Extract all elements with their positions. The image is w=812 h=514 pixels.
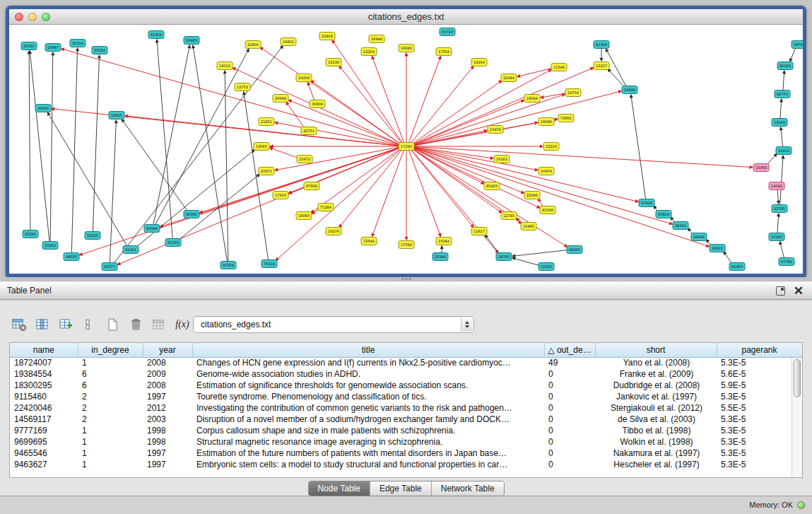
graph-node[interactable]: 91548 (540, 206, 555, 214)
graph-node[interactable]: 12752 (235, 83, 250, 91)
graph-node[interactable]: 18544 (524, 95, 540, 103)
graph-node[interactable]: 95162 (777, 62, 793, 70)
table-row[interactable]: 1938455462009Genome-wide association stu… (10, 368, 802, 380)
graph-node[interactable]: 12745 (501, 212, 517, 220)
column-header-name[interactable]: name (10, 343, 78, 357)
graph-node[interactable]: 14143 (772, 119, 787, 127)
import-table-button[interactable] (148, 315, 170, 334)
graph-node[interactable]: 10165 (769, 233, 784, 241)
graph-node[interactable]: 18795 (496, 253, 512, 261)
graph-node[interactable]: 16648 (622, 86, 637, 94)
graph-node[interactable]: 16276 (326, 228, 341, 235)
graph-node[interactable]: 12182 (539, 263, 554, 271)
column-header-out_degree[interactable]: △ out_de… (544, 343, 595, 357)
table-row[interactable]: 946554611997Estimation of the future num… (10, 448, 802, 459)
column-header-year[interactable]: year (143, 343, 192, 357)
graph-node[interactable]: 25672 (297, 156, 312, 163)
graph-node[interactable]: 92450 (567, 246, 582, 254)
table-row[interactable]: 1872400712008Changes of HCN gene express… (10, 357, 802, 368)
network-canvas[interactable]: 1724012216160461854422044191641755816626… (9, 25, 803, 276)
table-row[interactable]: 1456911722003Disruption of a novel membe… (10, 414, 802, 425)
graph-node[interactable]: 81304 (148, 31, 164, 39)
table-row[interactable]: 2242004622012Investigating the contribut… (10, 402, 802, 414)
citation-network-graph[interactable]: 1724012216160461854422044191641755816626… (9, 25, 803, 276)
graph-node[interactable]: 25160 (21, 42, 37, 50)
scrollbar-thumb[interactable] (794, 359, 801, 397)
tab-edge-table[interactable]: Edge Table (370, 481, 432, 496)
graph-node[interactable]: 11617 (471, 228, 487, 235)
graph-node[interactable]: 19565 (254, 143, 269, 151)
graph-node[interactable]: 16601 (281, 38, 296, 46)
graph-node[interactable]: 71284 (318, 204, 334, 211)
graph-node[interactable]: 10235 (85, 232, 100, 240)
graph-node[interactable]: 18139 (326, 59, 341, 66)
graph-node[interactable]: 11548 (551, 64, 567, 71)
graph-node[interactable]: 14047 (45, 44, 61, 52)
graph-node[interactable]: 82450 (729, 263, 745, 271)
column-header-short[interactable]: short (595, 343, 717, 357)
graph-node[interactable]: 19164 (471, 59, 487, 66)
new-table-button[interactable] (102, 315, 123, 334)
table-vertical-scrollbar[interactable] (792, 358, 802, 477)
graph-node[interactable]: 15344 (436, 238, 452, 245)
graph-node[interactable]: 59740 (792, 41, 803, 49)
graph-node[interactable]: 82774 (775, 90, 790, 98)
graph-node[interactable]: 18083 (296, 212, 312, 220)
show-columns-button[interactable] (32, 315, 53, 334)
graph-node[interactable]: 20483 (184, 37, 199, 45)
graph-node[interactable]: 17594 (399, 241, 414, 249)
column-header-pagerank[interactable]: pagerank (717, 343, 802, 357)
graph-node[interactable]: 25344 (433, 253, 448, 261)
graph-node[interactable]: 26046 (691, 233, 707, 241)
float-panel-icon[interactable] (776, 286, 785, 296)
table-row[interactable]: 946362711997Embryonic stem cells: a mode… (10, 459, 802, 470)
graph-node[interactable]: 62544 (144, 225, 160, 233)
panel-resize-handle[interactable] (401, 278, 411, 280)
graph-node[interactable]: 24204 (296, 74, 312, 82)
graph-node[interactable]: 17558 (436, 48, 452, 56)
graph-node[interactable]: 16046 (539, 118, 554, 126)
graph-node[interactable]: 74850 (558, 115, 574, 122)
graph-node[interactable]: 49015 (64, 253, 79, 261)
delete-table-button[interactable] (125, 315, 146, 334)
graph-node[interactable]: 12216 (543, 143, 559, 151)
graph-node[interactable]: 20024 (92, 47, 107, 54)
graph-node[interactable]: 20671 (259, 168, 274, 175)
graph-node[interactable]: 17240 (399, 143, 414, 151)
table-source-select[interactable]: citations_edges.txt (193, 316, 474, 333)
graph-node[interactable]: 25260 (23, 230, 38, 238)
graph-node[interactable]: 20648 (273, 95, 288, 103)
tab-node-table[interactable]: Node Table (308, 481, 370, 496)
graph-node[interactable]: 10974 (539, 168, 554, 175)
graph-node[interactable]: 30908 (310, 100, 325, 108)
row-height-button[interactable] (78, 315, 100, 334)
graph-node[interactable]: 14042 (769, 182, 784, 190)
graph-node[interactable]: 16949 (369, 35, 384, 43)
graph-node[interactable]: 85493 (484, 182, 500, 190)
graph-node[interactable]: 20577 (102, 263, 117, 271)
graph-node[interactable]: 15958 (753, 164, 769, 172)
graph-node[interactable]: 15495 (521, 223, 536, 230)
table-row[interactable]: 1830029562008Estimation of significance … (10, 380, 802, 391)
graph-node[interactable]: 22418 (319, 33, 335, 40)
table-row[interactable]: 977716911998Corpus callosum shape and si… (10, 425, 802, 436)
graph-node[interactable]: 81304 (594, 41, 609, 49)
graph-node[interactable]: 22044 (501, 74, 517, 82)
graph-node[interactable]: 18922 (710, 245, 725, 252)
graph-node[interactable]: 42751 (301, 127, 317, 135)
tab-network-table[interactable]: Network Table (432, 481, 504, 496)
network-window-titlebar[interactable]: citations_edges.txt (9, 9, 803, 25)
graph-node[interactable]: 17933 (273, 192, 288, 199)
graph-node[interactable]: 22606 (245, 41, 261, 49)
graph-node[interactable]: 16162 (494, 156, 510, 163)
graph-node[interactable]: 97938 (304, 182, 319, 190)
graph-node[interactable]: 76104 (261, 260, 277, 268)
graph-node[interactable]: 55723 (440, 28, 455, 36)
graph-node[interactable]: 38164 (673, 222, 688, 230)
graph-node[interactable]: 72544 (361, 238, 377, 245)
table-row[interactable]: 911546021997Tourette syndrome. Phenomeno… (10, 391, 802, 402)
graph-node[interactable]: 10474 (488, 126, 503, 134)
graph-node[interactable]: 15902 (42, 242, 58, 250)
edit-table-button[interactable] (55, 315, 76, 334)
graph-node[interactable]: 19734 (565, 89, 581, 97)
